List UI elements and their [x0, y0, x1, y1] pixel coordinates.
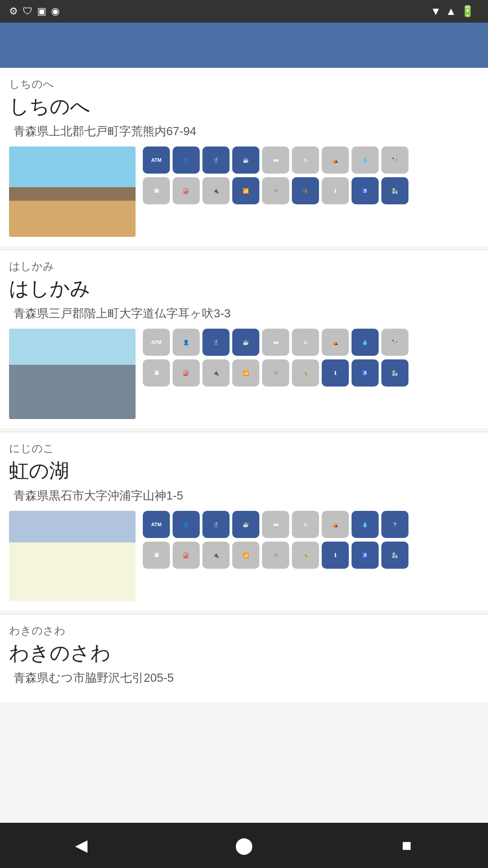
icon-row1-7-hashikami: 💧 — [352, 329, 379, 356]
item-kana-hashikami: はしかみ — [9, 259, 479, 274]
icon-row1-5-shichinohe: ♨ — [292, 146, 319, 174]
icon-row1-0-hashikami: ATM — [143, 329, 170, 356]
icon-row2-5-hashikami: 🤸 — [292, 359, 319, 387]
icon-row1-2-nijinoko: 🍴 — [202, 511, 230, 538]
icon-row2-6-nijinoko: ℹ — [322, 542, 349, 569]
icon-row1-1-shichinohe: 👤 — [173, 146, 200, 174]
icon-row1-0-shichinohe: ATM — [143, 146, 170, 174]
icon-row1-1-nijinoko: 👤 — [173, 511, 200, 538]
item-body-hashikami: ATM👤🍴☕🛏♨⛺💧🔭🏛⛽🔌📶🚿🤸ℹ♿🏪 — [9, 329, 479, 419]
recent-nav-button[interactable]: ■ — [389, 827, 425, 863]
icon-row1-7-nijinoko: 💧 — [352, 511, 379, 538]
icon-row2-6-hashikami: ℹ — [322, 359, 349, 387]
icon-row1-8-shichinohe: 🔭 — [381, 146, 408, 174]
item-image-nijinoko — [9, 511, 136, 601]
icon-row2-7-hashikami: ♿ — [352, 359, 379, 387]
item-image-hashikami — [9, 329, 136, 419]
icon-row2-2-shichinohe: 🔌 — [202, 177, 230, 204]
icon-row2-1-hashikami: ⛽ — [173, 359, 200, 387]
icon-row1-4-hashikami: 🛏 — [262, 329, 289, 356]
item-icons-shichinohe: ATM👤🍴☕🛏♨⛺💧🔭🏛⛽🔌📶🚿🤸ℹ♿🏪 — [143, 146, 479, 204]
item-address-wakinosawa: 青森県むつ市脇野沢七引205-5 — [9, 670, 479, 686]
icon-row2-1-shichinohe: ⛽ — [173, 177, 200, 204]
icon-row2-2-nijinoko: 🔌 — [202, 542, 230, 569]
icon-row1-0-nijinoko: ATM — [143, 511, 170, 538]
item-address-nijinoko: 青森県黒石市大字沖浦字山神1-5 — [9, 488, 479, 504]
status-left-icons: ⚙ 🛡 ▣ ◉ — [9, 5, 60, 17]
app-bar — [0, 23, 488, 68]
icon-row1-2-shichinohe: 🍴 — [202, 146, 230, 174]
list-item-hashikami[interactable]: はしかみ はしかみ 青森県三戸郡階上町大字道仏字耳ヶ吠3-3 ATM👤🍴☕🛏♨⛺… — [0, 250, 488, 428]
icon-row2-0-hashikami: 🏛 — [143, 359, 170, 387]
settings-icon: ⚙ — [9, 5, 18, 17]
list-item-nijinoko[interactable]: にじのこ 虹の湖 青森県黒石市大字沖浦字山神1-5 ATM👤🍴☕🛏♨⛺💧🔭🏛⛽🔌… — [0, 432, 488, 610]
icon-row2-7-shichinohe: ♿ — [352, 177, 379, 204]
home-nav-button[interactable]: ⬤ — [226, 827, 262, 863]
icon-row2-3-hashikami: 📶 — [232, 359, 259, 387]
icon-row1-1-hashikami: 👤 — [173, 329, 200, 356]
icon-row2-4-nijinoko: 🚿 — [262, 542, 289, 569]
sd-icon: ▣ — [37, 5, 47, 17]
back-nav-button[interactable]: ◀ — [63, 827, 99, 863]
icon-row1-7-shichinohe: 💧 — [352, 146, 379, 174]
icon-row1-2-hashikami: 🍴 — [202, 329, 230, 356]
cellular-icon: ▲ — [446, 5, 456, 18]
icon-row2-8-shichinohe: 🏪 — [381, 177, 408, 204]
status-right-icons: ▼ ▲ 🔋 — [430, 5, 479, 18]
item-kana-wakinosawa: わきのさわ — [9, 623, 479, 638]
icon-row2-7-nijinoko: ♿ — [352, 542, 379, 569]
icon-row1-3-nijinoko: ☕ — [232, 511, 259, 538]
shield-icon: 🛡 — [23, 5, 33, 17]
icon-row1-3-shichinohe: ☕ — [232, 146, 259, 174]
item-kana-shichinohe: しちのへ — [9, 77, 479, 91]
icon-row2-5-nijinoko: 🤸 — [292, 542, 319, 569]
item-kana-nijinoko: にじのこ — [9, 441, 479, 456]
icon-row1-5-nijinoko: ♨ — [292, 511, 319, 538]
icon-row1-3-hashikami: ☕ — [232, 329, 259, 356]
battery-icon: 🔋 — [461, 5, 474, 18]
icon-row2-1-nijinoko: ⛽ — [173, 542, 200, 569]
item-body-shichinohe: ATM👤🍴☕🛏♨⛺💧🔭🏛⛽🔌📶🚿🤸ℹ♿🏪 — [9, 146, 479, 237]
icon-row1-6-nijinoko: ⛺ — [322, 511, 349, 538]
item-icons-nijinoko: ATM👤🍴☕🛏♨⛺💧🔭🏛⛽🔌📶🚿🤸ℹ♿🏪 — [143, 511, 479, 569]
icon-row2-6-shichinohe: ℹ — [322, 177, 349, 204]
wifi-icon: ▼ — [430, 5, 441, 18]
icon-row1-8-nijinoko: 🔭 — [381, 511, 408, 538]
list-item-wakinosawa[interactable]: わきのさわ わきのさわ 青森県むつ市脇野沢七引205-5 — [0, 614, 488, 702]
list-item-shichinohe[interactable]: しちのへ しちのへ 青森県上北郡七戸町字荒熊内67-94 ATM👤🍴☕🛏♨⛺💧🔭… — [0, 68, 488, 246]
icon-row2-4-hashikami: 🚿 — [262, 359, 289, 387]
icon-row1-8-hashikami: 🔭 — [381, 329, 408, 356]
icon-row1-5-hashikami: ♨ — [292, 329, 319, 356]
item-icons-hashikami: ATM👤🍴☕🛏♨⛺💧🔭🏛⛽🔌📶🚿🤸ℹ♿🏪 — [143, 329, 479, 387]
item-name-nijinoko: 虹の湖 — [9, 458, 479, 484]
icon-row2-3-nijinoko: 📶 — [232, 542, 259, 569]
item-name-shichinohe: しちのへ — [9, 93, 479, 120]
icon-row2-0-nijinoko: 🏛 — [143, 542, 170, 569]
item-address-hashikami: 青森県三戸郡階上町大字道仏字耳ヶ吠3-3 — [9, 306, 479, 321]
item-address-shichinohe: 青森県上北郡七戸町字荒熊内67-94 — [9, 123, 479, 139]
icon-row1-6-hashikami: ⛺ — [322, 329, 349, 356]
icon-row1-6-shichinohe: ⛺ — [322, 146, 349, 174]
icon-row2-2-hashikami: 🔌 — [202, 359, 230, 387]
item-name-hashikami: はしかみ — [9, 275, 479, 302]
item-body-nijinoko: ATM👤🍴☕🛏♨⛺💧🔭🏛⛽🔌📶🚿🤸ℹ♿🏪 — [9, 511, 479, 601]
icon-row2-8-nijinoko: 🏪 — [381, 542, 408, 569]
content-area: しちのへ しちのへ 青森県上北郡七戸町字荒熊内67-94 ATM👤🍴☕🛏♨⛺💧🔭… — [0, 68, 488, 823]
icon-row2-3-shichinohe: 📶 — [232, 177, 259, 204]
item-image-shichinohe — [9, 146, 136, 237]
icon-row2-0-shichinohe: 🏛 — [143, 177, 170, 204]
signal-icon: ◉ — [51, 5, 60, 17]
item-name-wakinosawa: わきのさわ — [9, 640, 479, 666]
icon-row2-5-shichinohe: 🤸 — [292, 177, 319, 204]
status-bar: ⚙ 🛡 ▣ ◉ ▼ ▲ 🔋 — [0, 0, 488, 23]
icon-row2-8-hashikami: 🏪 — [381, 359, 408, 387]
icon-row1-4-nijinoko: 🛏 — [262, 511, 289, 538]
icon-row2-4-shichinohe: 🚿 — [262, 177, 289, 204]
icon-row1-4-shichinohe: 🛏 — [262, 146, 289, 174]
navigation-bar: ◀ ⬤ ■ — [0, 823, 488, 868]
